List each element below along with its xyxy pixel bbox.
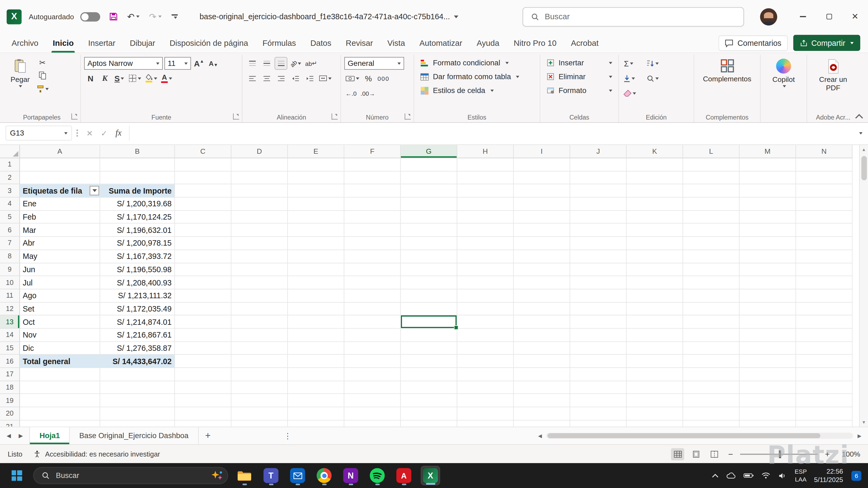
clear-button[interactable]: [622, 87, 637, 99]
cell-H8[interactable]: [457, 250, 514, 263]
cell-D5[interactable]: [231, 210, 288, 224]
cell-N7[interactable]: [796, 237, 852, 250]
normal-view-button[interactable]: [671, 448, 684, 460]
cell-I19[interactable]: [514, 394, 570, 407]
cell-M20[interactable]: [740, 407, 796, 420]
cell-B20[interactable]: [100, 407, 175, 420]
sheet-tab-2[interactable]: Base Original_Ejercicio Dashboa: [70, 427, 198, 444]
scroll-up-icon[interactable]: ▲: [862, 145, 866, 154]
cell-L16[interactable]: [683, 355, 739, 368]
cell-I12[interactable]: [514, 302, 570, 315]
cell-G17[interactable]: [401, 368, 457, 381]
cell-E4[interactable]: [288, 198, 344, 210]
comments-button[interactable]: Comentarios: [718, 35, 787, 51]
page-layout-view-button[interactable]: [689, 448, 703, 460]
column-header-H[interactable]: H: [457, 145, 514, 158]
cell-J5[interactable]: [570, 210, 627, 224]
row-header-10[interactable]: 10: [0, 276, 20, 289]
horizontal-scroll-track[interactable]: [546, 433, 853, 438]
share-button[interactable]: Compartir: [793, 35, 860, 51]
cell-N3[interactable]: [796, 184, 852, 197]
cell-N20[interactable]: [796, 407, 852, 420]
cell-D9[interactable]: [231, 263, 288, 276]
cell-H12[interactable]: [457, 302, 514, 315]
cell-M12[interactable]: [740, 302, 796, 315]
cell-N5[interactable]: [796, 210, 852, 224]
cell-F17[interactable]: [344, 368, 401, 381]
cell-G13[interactable]: [401, 316, 457, 329]
cell-F21[interactable]: [344, 421, 401, 427]
insert-cells-button[interactable]: Insertar: [544, 56, 615, 70]
align-bottom-button[interactable]: [275, 57, 287, 70]
user-avatar[interactable]: [760, 8, 777, 25]
cell-M19[interactable]: [740, 394, 796, 407]
cell-D3[interactable]: [231, 184, 288, 197]
cell-A2[interactable]: [20, 171, 100, 184]
onedrive-cloud-icon[interactable]: [726, 472, 737, 479]
cell-L2[interactable]: [683, 171, 739, 184]
ribbon-tab-archivo[interactable]: Archivo: [4, 33, 45, 52]
ribbon-tab-acrobat[interactable]: Acrobat: [564, 33, 606, 52]
ribbon-tab-vista[interactable]: Vista: [380, 33, 412, 52]
number-format-combo[interactable]: General: [344, 57, 404, 70]
name-box[interactable]: G13: [5, 126, 72, 140]
cell-B4[interactable]: S/ 1,200,319.68: [100, 198, 175, 210]
cell-A21[interactable]: [20, 421, 100, 427]
cell-J2[interactable]: [570, 171, 627, 184]
cell-E11[interactable]: [288, 289, 344, 302]
comma-style-button[interactable]: 000: [376, 72, 391, 85]
cell-I21[interactable]: [514, 421, 570, 427]
cell-B11[interactable]: S/ 1,213,111.32: [100, 289, 175, 302]
cell-D13[interactable]: [231, 316, 288, 329]
cell-B3[interactable]: Suma de Importe: [100, 184, 175, 197]
cell-H3[interactable]: [457, 184, 514, 197]
cell-A6[interactable]: Mar: [20, 224, 100, 237]
cell-G21[interactable]: [401, 421, 457, 427]
cell-F20[interactable]: [344, 407, 401, 420]
cell-L10[interactable]: [683, 276, 739, 289]
cell-H15[interactable]: [457, 341, 514, 355]
cell-D12[interactable]: [231, 302, 288, 315]
cell-M18[interactable]: [740, 381, 796, 394]
cell-A13[interactable]: Oct: [20, 316, 100, 329]
cell-L6[interactable]: [683, 224, 739, 237]
cell-F7[interactable]: [344, 237, 401, 250]
cell-L19[interactable]: [683, 394, 739, 407]
column-header-N[interactable]: N: [796, 145, 852, 158]
align-center-button[interactable]: [260, 72, 273, 85]
start-button[interactable]: [6, 465, 26, 485]
cell-B16[interactable]: S/ 14,433,647.02: [100, 355, 175, 368]
cell-L18[interactable]: [683, 381, 739, 394]
addins-button[interactable]: Complementos: [699, 56, 755, 86]
enter-button[interactable]: ✓: [97, 126, 111, 140]
increase-font-button[interactable]: A▲: [193, 57, 205, 70]
horizontal-scroll-thumb[interactable]: [547, 433, 820, 438]
chevron-down-icon[interactable]: [454, 15, 458, 18]
cell-J11[interactable]: [570, 289, 627, 302]
cell-L20[interactable]: [683, 407, 739, 420]
cell-F16[interactable]: [344, 355, 401, 368]
battery-icon[interactable]: [744, 473, 754, 479]
horizontal-scrollbar[interactable]: ◀ ▶: [536, 427, 868, 444]
redo-button[interactable]: ↷: [146, 9, 164, 24]
cell-B15[interactable]: S/ 1,276,358.87: [100, 341, 175, 355]
cell-D21[interactable]: [231, 421, 288, 427]
cell-A10[interactable]: Jul: [20, 276, 100, 289]
font-color-button[interactable]: A: [160, 72, 173, 85]
cell-J10[interactable]: [570, 276, 627, 289]
cell-B17[interactable]: [100, 368, 175, 381]
cell-K6[interactable]: [627, 224, 683, 237]
cell-K18[interactable]: [627, 381, 683, 394]
cell-K4[interactable]: [627, 198, 683, 210]
chevron-down-icon[interactable]: [136, 15, 140, 18]
collapse-ribbon-icon[interactable]: [856, 115, 862, 119]
ribbon-tab-dibujar[interactable]: Dibujar: [123, 33, 162, 52]
notification-badge[interactable]: 6: [851, 470, 862, 481]
cell-A14[interactable]: Nov: [20, 329, 100, 341]
cell-N10[interactable]: [796, 276, 852, 289]
cell-C4[interactable]: [175, 198, 231, 210]
cell-C18[interactable]: [175, 381, 231, 394]
cell-N14[interactable]: [796, 329, 852, 341]
cell-H16[interactable]: [457, 355, 514, 368]
cell-J16[interactable]: [570, 355, 627, 368]
